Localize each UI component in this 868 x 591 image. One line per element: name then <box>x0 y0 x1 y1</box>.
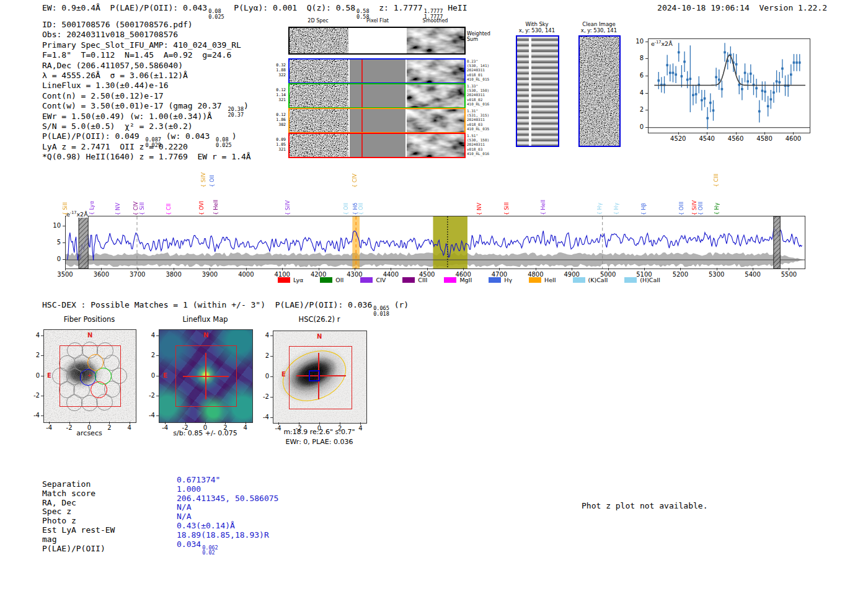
panel-x-tick: 2 <box>107 424 111 431</box>
match-row-label: P(LAE)/P(OII) <box>42 544 105 553</box>
y-tick-mark <box>63 242 65 243</box>
line-label-oiii: { OIII <box>678 202 684 215</box>
panel-y-tick: -2 <box>25 392 40 399</box>
panel-y-tick: 2 <box>140 352 155 358</box>
clean-image <box>578 35 621 147</box>
qz-value: Q(z): 0.58 <box>307 3 355 12</box>
panel-y-tick-mark <box>156 355 159 356</box>
match-row-label: Match score <box>42 489 95 498</box>
line-fit-ylabel: e-17x2Å <box>651 40 673 47</box>
legend-item: (K)CaII <box>573 277 608 283</box>
y-tick-label: 0 <box>46 256 61 262</box>
match-row-label: Photo z <box>42 516 76 525</box>
match-row-value: 0.0340.0620.02 <box>177 540 218 556</box>
panel-x-tick-mark <box>185 422 186 424</box>
line-label-heii: { HeII <box>213 200 219 215</box>
y-tick-label: 10 <box>46 222 61 229</box>
y-tick-label: 6 <box>629 72 644 79</box>
panel-x-tick: -2 <box>66 424 73 431</box>
timestamp-version: 2024-10-18 19:06:14 Version 1.22.2 <box>657 3 827 12</box>
cutout-row-weights: 0.321.88322 <box>270 63 286 78</box>
y-tick-label: 2 <box>629 106 644 113</box>
x-tick-mark <box>678 132 679 135</box>
panel-x-tick-mark <box>299 422 299 425</box>
panel-x-tick: -4 <box>46 424 52 431</box>
hsc-detection-box <box>309 370 320 381</box>
panel-y-tick: 2 <box>25 352 40 358</box>
panel-y-tick-mark <box>270 376 273 377</box>
panel-y-tick: 0 <box>140 372 155 379</box>
x-tick-mark <box>707 132 707 135</box>
x-tick-mark <box>572 268 572 270</box>
y-tick-mark <box>645 58 648 59</box>
line-label-lyα: { Lyα <box>89 201 95 215</box>
hsc-extent-box <box>289 346 352 409</box>
legend-swatch <box>278 277 290 283</box>
panel-x-tick-mark <box>109 422 110 424</box>
weighted-2d-spec-image <box>290 28 348 53</box>
match-row-value: 0.671374" <box>177 475 220 484</box>
col-header-pixel-flat: Pixel Flat <box>350 18 405 24</box>
x-tick-label: 3800 <box>166 271 181 278</box>
x-tick-label: 4520 <box>670 135 686 142</box>
fiber-positions-title: Fiber Positions <box>40 315 139 324</box>
x-tick-mark <box>246 268 247 270</box>
panel-y-tick-mark <box>41 415 43 416</box>
y-tick-label: 8 <box>629 55 644 61</box>
clean-image-title: Clean Image x, y: 530, 141 <box>565 21 633 33</box>
fiber-cutout-row <box>288 83 466 109</box>
fiber-positions-panel: N E + <box>43 329 136 423</box>
x-tick-mark <box>174 268 174 270</box>
col-header-smoothed: Smoothed <box>407 18 463 24</box>
panel-y-tick: -2 <box>140 392 155 399</box>
line-label-cii: { CII <box>166 203 172 215</box>
elixer-detection-report: { "header": { "ew": "EW: 0.9±0.4Å ", "pl… <box>0 0 868 591</box>
y-tick-mark <box>645 93 648 94</box>
x-tick-label: 4000 <box>238 271 254 278</box>
panel-x-tick-mark <box>69 422 70 424</box>
fiber-north-label: N <box>87 332 92 339</box>
x-tick-mark <box>463 268 464 270</box>
legend-swatch <box>320 277 332 283</box>
line-label-nv: { NV <box>115 203 121 215</box>
fiber-center-cross: + <box>87 371 92 380</box>
lineflux-north-label: N <box>203 332 208 339</box>
panel-y-tick-mark <box>270 335 273 336</box>
hsc-crosshair-h <box>296 375 346 376</box>
panel-x-tick: 4 <box>358 425 362 432</box>
panel-x-tick: -2 <box>296 425 302 432</box>
legend-item: MgII <box>444 277 472 283</box>
weighted-sum-label: Weighted Sum <box>467 31 490 42</box>
panel-x-tick-mark <box>89 422 90 424</box>
panel-y-tick-mark <box>156 335 159 336</box>
panel-x-tick: -4 <box>162 424 168 431</box>
weighted-smoothed-image <box>407 28 464 53</box>
line-label-siii: { SiII <box>62 202 68 215</box>
hsc-plae-bounds: 0.0650.018 <box>373 306 389 316</box>
panel-x-tick-mark <box>340 422 340 425</box>
fiber-cutout-row <box>288 58 466 84</box>
panel-y-tick-mark <box>270 397 273 398</box>
match-row-value: N/A <box>177 502 191 512</box>
panel-x-tick-mark <box>165 422 166 424</box>
panel-x-tick: 2 <box>223 424 227 431</box>
legend-item: CIII <box>402 277 427 283</box>
info-line: λ = 4555.26Å σ = 3.06(±1.12)Å <box>42 71 251 81</box>
x-tick-label: 3500 <box>57 271 73 278</box>
x-tick-mark <box>736 132 737 135</box>
x-tick-label: 4580 <box>756 135 772 142</box>
cutout-row-weights: 0.121.86302 <box>270 112 286 127</box>
info-line: Obs: 20240311v018_5001708576 <box>42 30 251 40</box>
panel-y-tick-mark <box>156 415 159 416</box>
line-label-hγ: { Hγ <box>613 203 619 215</box>
line-label-siii: { SiII <box>139 202 145 215</box>
match-row-label: Spec z <box>42 507 71 516</box>
panel-x-tick: -2 <box>182 424 188 431</box>
x-tick-label: 3700 <box>130 271 145 278</box>
x-tick-mark <box>789 268 789 270</box>
panel-x-tick-mark <box>360 422 361 425</box>
info-line: EWr = 1.50(±0.49) (w: 1.00(±0.34))Å <box>42 112 251 122</box>
panel-y-tick-mark <box>156 396 159 396</box>
legend-swatch <box>573 277 585 283</box>
x-tick-label: 4540 <box>699 135 714 142</box>
